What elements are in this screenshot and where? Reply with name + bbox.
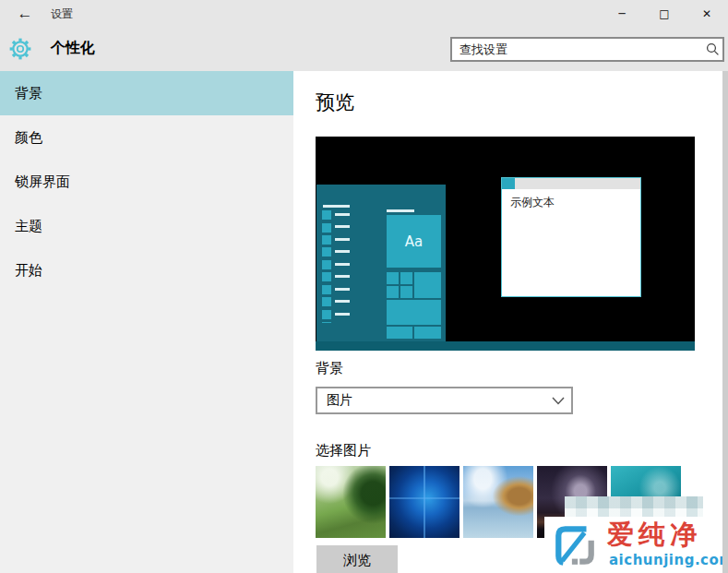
search-box[interactable] bbox=[450, 37, 724, 62]
scrollbar[interactable] bbox=[722, 71, 728, 573]
settings-window: ← 设置 ─ □ ✕ bbox=[0, 0, 728, 573]
thumbnail-green-landscape[interactable] bbox=[316, 466, 386, 538]
maximize-button[interactable]: □ bbox=[643, 0, 686, 28]
window-controls: ─ □ ✕ bbox=[601, 0, 728, 28]
close-button[interactable]: ✕ bbox=[686, 0, 728, 28]
watermark: 爱纯净 aichunjing.com bbox=[544, 517, 728, 573]
header: 个性化 bbox=[0, 28, 728, 71]
preview-tile-aa: Aa bbox=[387, 215, 441, 268]
watermark-site-url: aichunjing.com bbox=[609, 552, 728, 568]
main-content: 预览 Aa bbox=[293, 71, 728, 573]
window-title: 设置 bbox=[51, 0, 73, 28]
thumbnail-windows-10-hero[interactable] bbox=[389, 466, 459, 538]
page-title: 个性化 bbox=[51, 28, 95, 68]
preview-image: Aa 示例文本 bbox=[316, 137, 695, 351]
preview-taskbar bbox=[316, 341, 695, 351]
search-icon bbox=[702, 39, 722, 60]
aichunjing-logo-icon bbox=[552, 522, 598, 568]
background-type-dropdown[interactable]: 图片 bbox=[316, 387, 573, 414]
sidebar-item-colors[interactable]: 颜色 bbox=[0, 115, 293, 160]
background-label: 背景 bbox=[316, 360, 343, 377]
preview-heading: 预览 bbox=[316, 90, 354, 115]
chevron-down-icon bbox=[545, 397, 571, 405]
thumbnail-beach-rocks[interactable] bbox=[463, 466, 533, 538]
dropdown-selected-value: 图片 bbox=[317, 392, 545, 409]
watermark-site-name: 爱纯净 bbox=[607, 517, 701, 554]
sidebar-item-background[interactable]: 背景 bbox=[0, 71, 293, 115]
back-button[interactable]: ← bbox=[9, 0, 41, 28]
preview-start-menu: Aa bbox=[316, 185, 446, 341]
sample-text: 示例文本 bbox=[510, 196, 555, 209]
start-menu-item-lines bbox=[335, 213, 350, 324]
gear-icon bbox=[8, 37, 32, 61]
sample-window-icon bbox=[502, 178, 515, 189]
sidebar-item-themes[interactable]: 主题 bbox=[0, 204, 293, 248]
choose-picture-label: 选择图片 bbox=[316, 442, 371, 460]
sidebar: 背景 颜色 锁屏界面 主题 开始 bbox=[0, 71, 293, 573]
sidebar-item-lock-screen[interactable]: 锁屏界面 bbox=[0, 160, 293, 204]
sidebar-item-start[interactable]: 开始 bbox=[0, 248, 293, 292]
minimize-button[interactable]: ─ bbox=[601, 0, 643, 28]
browse-button[interactable]: 浏览 bbox=[316, 545, 398, 573]
search-input[interactable] bbox=[452, 42, 702, 56]
preview-sample-window: 示例文本 bbox=[501, 177, 641, 297]
start-menu-item-squares bbox=[322, 210, 331, 323]
titlebar: ← 设置 ─ □ ✕ bbox=[0, 0, 728, 28]
